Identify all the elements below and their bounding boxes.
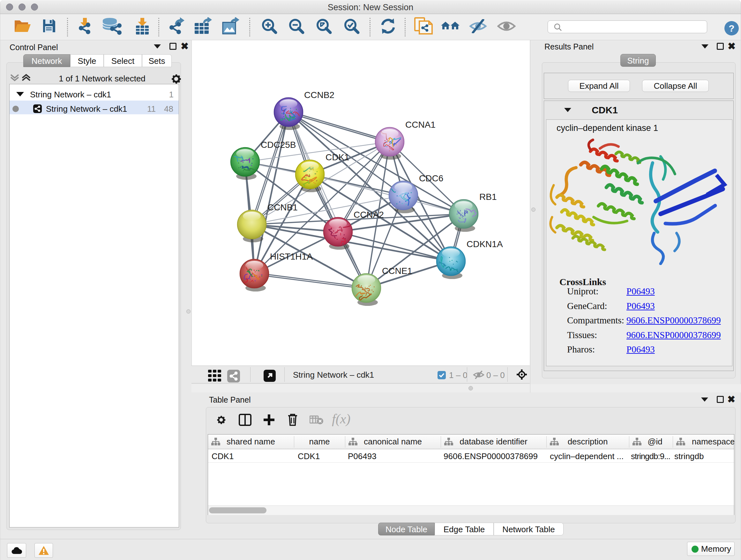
svg-text:CCNB2: CCNB2: [304, 90, 334, 100]
svg-text:HIST1H1A: HIST1H1A: [270, 252, 313, 261]
svg-text:CCNE1: CCNE1: [382, 266, 412, 276]
svg-text:CDKN1A: CDKN1A: [467, 239, 503, 249]
svg-text:RB1: RB1: [479, 192, 496, 202]
svg-text:CCNA2: CCNA2: [354, 210, 384, 220]
svg-text:CDC25B: CDC25B: [261, 140, 296, 150]
svg-text:CCNA1: CCNA1: [405, 120, 435, 130]
svg-text:CDC6: CDC6: [419, 173, 443, 183]
svg-text:CDK1: CDK1: [326, 152, 349, 162]
svg-text:CCNB1: CCNB1: [267, 202, 298, 212]
